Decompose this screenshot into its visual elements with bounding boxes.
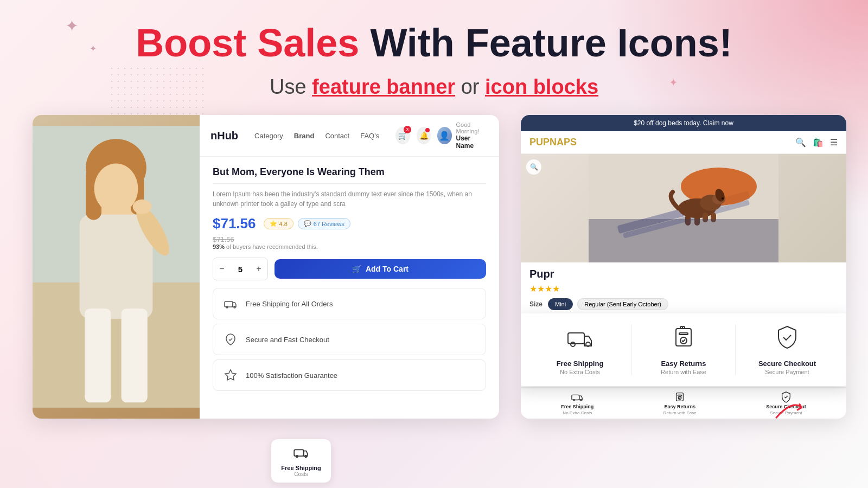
product-divider (213, 183, 486, 184)
shipping-text: Free Shipping for All Orders (246, 300, 333, 308)
nav-category[interactable]: Category (254, 132, 283, 140)
rating-badge: ⭐ 4.8 (264, 218, 293, 229)
notification-bell[interactable]: 🔔 (417, 127, 431, 144)
search-icon[interactable]: 🔍 (795, 137, 806, 147)
product-title: But Mom, Everyone Is Wearing Them (213, 166, 486, 178)
qty-cart-row: − 5 + 🛒 Add To Cart (213, 258, 486, 280)
bag-icon[interactable]: 🛍️ (813, 137, 824, 147)
svg-point-9 (94, 164, 138, 214)
svg-rect-41 (294, 450, 304, 456)
bottom-shipping: Free Shipping No Extra Costs (561, 391, 593, 415)
subtitle: Use feature banner or icon blocks (0, 75, 868, 99)
title-highlight: Boost Sales (136, 21, 359, 65)
feature-icon-block: Free Shipping No Extra Costs Easy Return… (521, 313, 846, 386)
product-image (33, 115, 200, 419)
checkout-text: Secure and Fast Checkout (246, 336, 329, 344)
feature-checkout: Secure and Fast Checkout (213, 324, 486, 355)
svg-rect-28 (589, 219, 778, 262)
svg-point-11 (133, 200, 152, 214)
secure-sub: Secure Payment (765, 369, 809, 375)
feature-shipping: Free Shipping for All Orders (213, 288, 486, 319)
pupnaps-nav: PUPNAPS 🔍 🛍️ ☰ (521, 131, 846, 154)
feature-banner-link[interactable]: feature banner (312, 75, 455, 98)
pupnaps-nav-icons: 🔍 🛍️ ☰ (795, 137, 838, 147)
price-badges: ⭐ 4.8 💬 67 Reviews (264, 218, 350, 229)
shipping-icon (221, 294, 240, 313)
star-icon: ⭐ (270, 220, 277, 227)
nav-brand[interactable]: Brand (294, 132, 315, 140)
cart-icon: 🛒 (352, 265, 361, 273)
bottom-shipping-sub: No Extra Costs (563, 410, 592, 415)
shipping-title: Free Shipping (557, 359, 604, 368)
user-greeting: Good Morning! (456, 121, 488, 134)
main-title: Boost Sales With Feature Icons! (0, 22, 868, 65)
header-section: Boost Sales With Feature Icons! Use feat… (0, 0, 868, 115)
size-section: Size Mini Regular (Sent Early October) (529, 298, 838, 310)
pupnaps-product-title: Puprnaps Dog Ramp (529, 268, 838, 280)
nav-logo: nHub (210, 130, 238, 142)
checkout-icon (221, 330, 240, 349)
returns-title: Easy Returns (661, 359, 706, 368)
product-description: Lorem Ipsum has been the industry's stan… (213, 189, 486, 209)
svg-rect-40 (678, 395, 682, 396)
svg-rect-5 (122, 309, 148, 402)
shipping-sub: No Extra Costs (560, 369, 600, 375)
content-area: nHub Category Brand Contact FAQ's 🛒 3 🔔 (0, 115, 868, 419)
bottom-shipping-title: Free Shipping (561, 404, 593, 409)
icon-blocks-link[interactable]: icon blocks (485, 75, 598, 98)
cart-button[interactable]: 🛒 3 (395, 127, 410, 144)
quantity-control: − 5 + (213, 258, 268, 280)
size-label: Size (529, 300, 542, 308)
svg-point-27 (722, 197, 724, 200)
notification-dot (425, 128, 430, 132)
nav-faqs[interactable]: FAQ's (360, 132, 379, 140)
right-mockup: $20 off dog beds today. Claim now PUPNAP… (521, 115, 846, 419)
product-detail-side: nHub Category Brand Contact FAQ's 🛒 3 🔔 (200, 115, 499, 419)
chat-icon: 💬 (304, 220, 311, 227)
zoom-button[interactable]: 🔍 (526, 159, 541, 175)
shipping-big-icon (567, 324, 593, 355)
nav-actions: 🛒 3 🔔 👤 Good Morning! User Name (395, 121, 488, 150)
nav-contact[interactable]: Contact (325, 132, 349, 140)
old-price: $71.56 (213, 235, 486, 243)
user-info: Good Morning! User Name (456, 121, 488, 150)
secure-title: Secure Checkout (758, 359, 816, 368)
returns-sub: Return with Ease (661, 369, 706, 375)
guarantee-icon (221, 365, 240, 385)
pupnaps-product-image: 🔍 (521, 154, 846, 262)
bottom-returns-sub: Return with Ease (663, 410, 697, 415)
recommend-text: 93% of buyers have recommended this. (213, 243, 486, 250)
user-avatar: 👤 (437, 127, 451, 144)
svg-rect-3 (80, 215, 153, 319)
qty-increase-button[interactable]: + (250, 258, 267, 280)
bottom-block-shipping-sub: Costs (279, 471, 323, 477)
size-mini-button[interactable]: Mini (548, 298, 573, 310)
product-content: But Mom, Everyone Is Wearing Them Lorem … (200, 157, 499, 419)
bottom-block-shipping-title: Free Shipping (279, 465, 323, 471)
bottom-returns: Easy Returns Return with Ease (663, 391, 697, 415)
guarantee-text: 100% Satisfaction Guarantee (246, 371, 337, 380)
review-badge: 💬 67 Reviews (298, 218, 350, 229)
size-regular-button[interactable]: Regular (Sent Early October) (577, 298, 668, 310)
bottom-block-shipping: Free Shipping Costs (271, 439, 331, 483)
svg-rect-29 (568, 333, 584, 344)
feature-col-shipping: Free Shipping No Extra Costs (528, 324, 631, 375)
qty-decrease-button[interactable]: − (213, 258, 231, 280)
dog-image (521, 154, 846, 262)
cart-badge: 3 (404, 126, 411, 133)
returns-big-icon (671, 324, 697, 355)
person-image-placeholder (33, 115, 200, 419)
user-name: User Name (456, 134, 488, 150)
svg-rect-35 (572, 395, 579, 400)
add-to-cart-button[interactable]: 🛒 Add To Cart (275, 259, 486, 279)
pupnaps-rating-stars: ★★★★ (529, 284, 838, 294)
qty-value: 5 (231, 258, 250, 280)
bottom-shipping-icon (279, 445, 323, 463)
title-dark: With Feature Icons! (370, 21, 732, 65)
price-row: $71.56 ⭐ 4.8 💬 67 Reviews (213, 215, 486, 232)
promo-bar[interactable]: $20 off dog beds today. Claim now (521, 115, 846, 131)
mockup-navbar: nHub Category Brand Contact FAQ's 🛒 3 🔔 (200, 115, 499, 157)
pupnaps-logo: PUPNAPS (529, 137, 795, 148)
user-profile[interactable]: 👤 Good Morning! User Name (437, 121, 488, 150)
menu-icon[interactable]: ☰ (830, 137, 838, 147)
